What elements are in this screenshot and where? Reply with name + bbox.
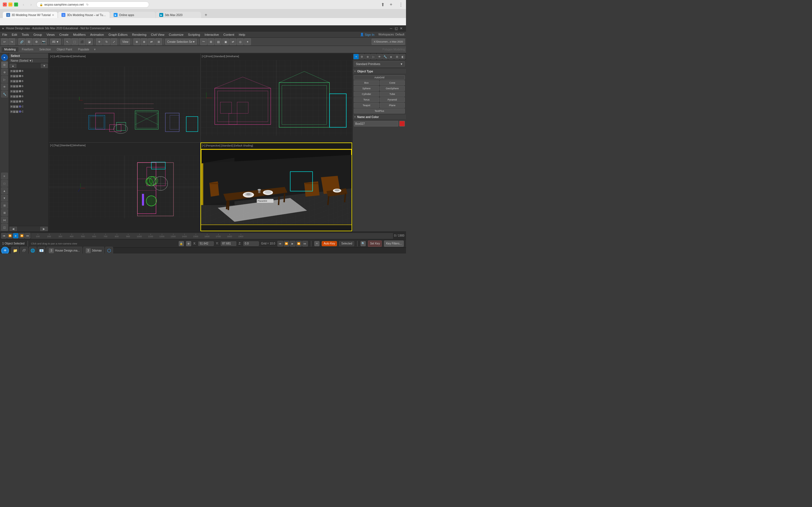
status-next[interactable]: ⏩ xyxy=(296,241,302,246)
go-end-btn[interactable]: ⏭ xyxy=(25,233,31,238)
mirror-btn[interactable]: ⇄ xyxy=(148,38,155,45)
list-item[interactable]: 👁 ◈ ❄ B xyxy=(9,89,48,94)
prev-frame-btn[interactable]: ⏪ xyxy=(7,233,13,238)
menu-tools[interactable]: Tools xyxy=(19,32,31,38)
color-swatch[interactable] xyxy=(399,121,405,126)
extra-icon-6[interactable]: ⊠ xyxy=(1,209,8,216)
isolate-btn[interactable]: ◎ xyxy=(237,38,244,45)
menu-file[interactable]: File xyxy=(0,32,10,38)
browser-address-bar[interactable]: 🔒 wcpss-samphire.cameyo.net ↻ xyxy=(36,1,149,8)
status-lock-btn[interactable]: 🔒 xyxy=(179,241,184,246)
layer-btn[interactable]: ▤ xyxy=(215,38,221,45)
win-close-btn[interactable]: ✕ xyxy=(399,26,404,31)
browser-tab-0[interactable]: 3 3D Modeling House W/ Tutorial ✕ xyxy=(3,12,57,18)
menu-create[interactable]: Create xyxy=(57,32,71,38)
menu-interactive[interactable]: Interactive xyxy=(202,32,221,38)
menu-content[interactable]: Content xyxy=(221,32,237,38)
status-snap-btn[interactable]: ⊕ xyxy=(186,241,191,246)
viewport-left[interactable]: [+] [Left] [Standard] [Wireframe] xyxy=(49,54,200,143)
browser-maximize-btn[interactable]: ⊞ xyxy=(14,3,18,6)
browser-tab-1[interactable]: G 3Ds Modeling House – w/ Tutorial (MTV … xyxy=(58,12,110,18)
status-prev[interactable]: ⏪ xyxy=(284,241,289,246)
group-btn[interactable]: ▣ xyxy=(222,38,229,45)
browser-new-tab-btn-2[interactable]: + xyxy=(203,12,209,18)
teapot-btn[interactable]: Teapot xyxy=(354,103,379,108)
right-tab-extra2[interactable]: ⊞ xyxy=(394,54,400,59)
menu-civil-view[interactable]: Civil View xyxy=(149,32,166,38)
menu-sign-in[interactable]: 👤 Sign In xyxy=(358,32,377,38)
select-region-2[interactable]: ⬛ xyxy=(79,38,86,45)
rotate-btn[interactable]: ↻ xyxy=(103,38,110,45)
cylinder-btn[interactable]: Cylinder xyxy=(354,92,379,97)
select-region-3[interactable]: ◪ xyxy=(86,38,93,45)
status-go-end[interactable]: ⏭ xyxy=(302,241,308,246)
filter-dropdown[interactable]: All ▼ xyxy=(50,39,61,45)
right-tab-create[interactable]: ✦ xyxy=(353,54,359,59)
menu-modifiers[interactable]: Modifiers xyxy=(71,32,88,38)
bind-btn[interactable]: ⚙ xyxy=(33,38,40,45)
right-tab-display[interactable]: 👁 xyxy=(377,54,382,59)
menu-group[interactable]: Group xyxy=(31,32,44,38)
y-coord-input[interactable] xyxy=(221,241,236,246)
list-item[interactable]: 👁 ◈ ◉ C xyxy=(9,109,48,114)
z-coord-input[interactable] xyxy=(243,241,259,246)
sub-tab-freeform[interactable]: Freeform xyxy=(19,47,36,52)
create-icon[interactable]: ● xyxy=(1,54,8,61)
box-btn[interactable]: Box xyxy=(354,80,379,86)
browser-tab-2[interactable]: ▶ Online apps xyxy=(110,12,155,18)
list-item[interactable]: 👁 ◈ ◉ C xyxy=(9,104,48,109)
taskbar-app-icon-2[interactable]: ⬡ xyxy=(105,247,113,254)
right-tab-motion[interactable]: ▷ xyxy=(371,54,376,59)
scroll-right-btn[interactable]: ▶ xyxy=(40,227,48,231)
workspace-path[interactable]: X:\Documen...s Max 2020 xyxy=(371,39,405,45)
menu-animation[interactable]: Animation xyxy=(88,32,106,38)
browser-back-btn[interactable]: ‹ xyxy=(21,2,26,7)
taskbar-app-house[interactable]: 3 House Design.ma... xyxy=(46,247,82,254)
viewport-front[interactable]: [+] [Front] [Standard] [Wireframe] xyxy=(200,54,352,143)
object-name-input[interactable] xyxy=(354,121,398,126)
browser-share-btn[interactable]: ⬆ xyxy=(381,2,385,7)
extra-icon-3[interactable]: ▲ xyxy=(1,187,8,194)
status-play[interactable]: ▶ xyxy=(290,241,296,246)
win-minimize-btn[interactable]: ─ xyxy=(389,26,394,31)
pyramid-btn[interactable]: Pyramid xyxy=(380,97,405,102)
x-coord-input[interactable] xyxy=(198,241,214,246)
set-key-btn[interactable]: Set Key xyxy=(368,240,382,247)
menu-scripting[interactable]: Scripting xyxy=(186,32,202,38)
next-frame-btn[interactable]: ⏩ xyxy=(19,233,24,238)
undo-btn[interactable]: ↩ xyxy=(1,38,8,45)
menu-customize[interactable]: Customize xyxy=(167,32,186,38)
create-selection-btn[interactable]: Create Selection Se ▼ xyxy=(165,39,197,45)
list-item[interactable]: 👁 ◈ ❄ B xyxy=(9,68,48,73)
menu-edit[interactable]: Edit xyxy=(10,32,19,38)
render-btn[interactable]: ✦ xyxy=(244,38,251,45)
textplus-btn[interactable]: TextPlus xyxy=(354,108,405,114)
right-tab-extra3[interactable]: ◧ xyxy=(400,54,405,59)
sub-tab-selection[interactable]: Selection xyxy=(36,47,54,52)
menu-rendering[interactable]: Rendering xyxy=(130,32,149,38)
list-item[interactable]: 👁 ◈ ❄ B xyxy=(9,73,48,78)
browser-new-tab-btn[interactable]: + xyxy=(388,1,394,8)
align-btn[interactable]: ⊞ xyxy=(155,38,162,45)
primitive-type-dropdown[interactable]: Standard Primitives ▼ xyxy=(354,61,405,67)
view-dropdown[interactable]: View xyxy=(120,39,131,45)
status-zoom-in[interactable]: + xyxy=(314,241,319,246)
modify-icon[interactable]: ⚙ xyxy=(1,61,8,68)
win-restore-btn[interactable]: ◱ xyxy=(394,26,399,31)
scroll-left-btn[interactable]: ◀ xyxy=(10,227,17,231)
taskbar-browser-btn[interactable]: 🌐 xyxy=(29,247,37,254)
sphere-btn[interactable]: Sphere xyxy=(354,86,379,91)
browser-forward-btn[interactable]: › xyxy=(29,2,33,7)
unlink-btn[interactable]: ⛓ xyxy=(26,38,33,45)
cone-btn[interactable]: Cone xyxy=(380,80,405,86)
display-icon[interactable]: 👁 xyxy=(1,83,8,90)
browser-minimize-btn[interactable]: — xyxy=(8,3,12,6)
tube-btn[interactable]: Tube xyxy=(380,92,405,97)
status-go-start[interactable]: ⏮ xyxy=(277,241,283,246)
menu-help[interactable]: Help xyxy=(237,32,248,38)
extra-icon-5[interactable]: ⊞ xyxy=(1,202,8,209)
scale-btn[interactable]: ⤢ xyxy=(110,38,117,45)
select-region-btn[interactable]: ⬚ xyxy=(71,38,78,45)
status-search[interactable]: 🔍 xyxy=(361,241,366,246)
taskbar-email-btn[interactable]: 📧 xyxy=(38,247,45,254)
